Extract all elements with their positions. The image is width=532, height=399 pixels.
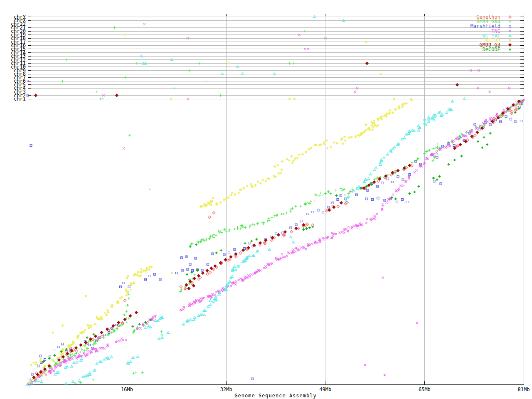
x-axis-title: Genome Sequence Assembly [234, 393, 316, 399]
scatter-plot: chrYchrXchr22chr21chr20chr19chr18chr17ch… [0, 0, 532, 399]
x-tick-label-65Mb: 65Mb [419, 387, 431, 392]
x-tick-label-32Mb: 32Mb [220, 387, 232, 392]
chart-root: Chromosome 17 Markers vs Genome Sequence… [0, 0, 532, 399]
x-tick-label-81Mb: 81Mb [518, 387, 530, 392]
legend-marker-wi-rh [509, 39, 511, 42]
legend-label-decode: DeCODE [483, 47, 500, 52]
chrom-label-chr1: chr1 [14, 96, 26, 102]
x-tick-label-16Mb: 16Mb [121, 387, 133, 392]
x-tick-label-49Mb: 49Mb [319, 387, 331, 392]
